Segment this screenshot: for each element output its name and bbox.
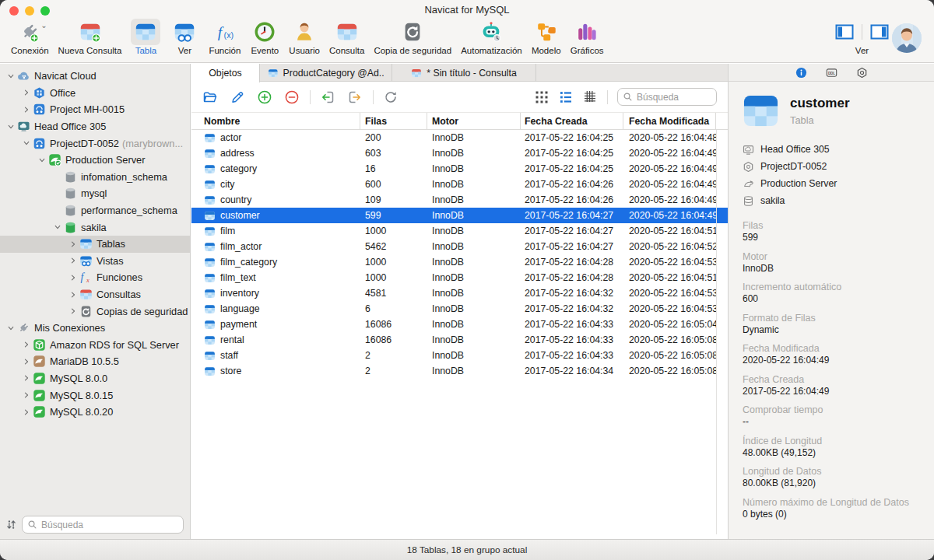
sidebar-item-navicat-cloud[interactable]: Navicat Cloud	[0, 68, 190, 85]
design-table-icon[interactable]	[230, 89, 245, 105]
table-row-film[interactable]: film1000InnoDB2017-05-22 16:04:272020-05…	[191, 223, 728, 239]
sidebar-item-copias-de-seguridad[interactable]: Copias de seguridad	[0, 303, 190, 320]
sidebar-item-tablas[interactable]: Tablas	[0, 236, 190, 253]
toggle-right-pane-icon[interactable]	[870, 24, 889, 40]
toolbar-button-copia-de-seguridad[interactable]: Copia de seguridad	[369, 17, 456, 55]
chevron-right-icon[interactable]	[20, 338, 33, 351]
table-row-rental[interactable]: rental16086InnoDB2017-05-22 16:04:332020…	[191, 332, 728, 348]
delete-table-icon[interactable]	[284, 89, 300, 105]
table-row-film_category[interactable]: film_category1000InnoDB2017-05-22 16:04:…	[191, 254, 728, 270]
column-header-modified[interactable]: Fecha Modificada	[623, 113, 716, 129]
table-row-category[interactable]: category16InnoDB2017-05-22 16:04:252020-…	[191, 161, 728, 177]
hexgear-icon[interactable]	[856, 67, 868, 79]
list-view-icon[interactable]	[558, 89, 574, 105]
table-row-store[interactable]: store2InnoDB2017-05-22 16:04:342020-05-2…	[191, 363, 728, 379]
cell-rows: 2	[360, 363, 427, 379]
sidebar-item-mysql-8-0-20[interactable]: MySQL 8.0.20	[0, 404, 190, 421]
table-row-actor[interactable]: actor200InnoDB2017-05-22 16:04:252020-05…	[191, 130, 728, 145]
tab--sin-t-tulo-consulta[interactable]: * Sin título - Consulta	[392, 64, 536, 82]
column-header-created[interactable]: Fecha Creada	[521, 113, 623, 129]
table-row-payment[interactable]: payment16086InnoDB2017-05-22 16:04:33202…	[191, 317, 728, 332]
chevron-right-icon[interactable]	[67, 271, 79, 284]
toolbar-button-conexi-n[interactable]: ⌄Conexión	[6, 17, 54, 55]
cell-created: 2017-05-22 16:04:25	[521, 130, 623, 145]
chevron-right-icon[interactable]	[20, 372, 33, 384]
user-avatar[interactable]	[892, 23, 922, 53]
toolbar-button-funci-n[interactable]: f (x)Función	[204, 17, 245, 55]
sidebar-item-performance-schema[interactable]: performance_schema	[0, 202, 190, 219]
table-row-staff[interactable]: staff2InnoDB2017-05-22 16:04:332020-05-2…	[191, 348, 728, 363]
refresh-icon[interactable]	[383, 89, 399, 105]
chevron-down-icon[interactable]	[5, 121, 17, 133]
table-row-language[interactable]: language6InnoDB2017-05-22 16:04:322020-0…	[191, 301, 728, 317]
sidebar-item-sakila[interactable]: sakila	[0, 219, 190, 236]
info-icon[interactable]	[795, 67, 807, 79]
column-header-engine[interactable]: Motor	[427, 113, 521, 129]
table-row-customer[interactable]: customer599InnoDB2017-05-22 16:04:272020…	[191, 208, 728, 223]
toolbar-button-ver[interactable]: Ver	[165, 17, 204, 55]
sidebar-item-funciones[interactable]: f xFunciones	[0, 269, 190, 286]
chevron-right-icon[interactable]	[67, 305, 79, 317]
toolbar-button-usuario[interactable]: Usuario	[284, 17, 325, 55]
chevron-down-icon[interactable]	[20, 137, 33, 149]
sidebar-item-projectdt-0052[interactable]: ProjectDT-0052(marybrown...	[0, 135, 190, 152]
table-row-inventory[interactable]: inventory4581InnoDB2017-05-22 16:04:3220…	[191, 285, 728, 301]
cell-created: 2017-05-22 16:04:28	[521, 254, 623, 270]
chevron-right-icon[interactable]	[20, 389, 33, 401]
chevron-right-icon[interactable]	[20, 86, 33, 99]
sidebar-item-production-server[interactable]: Production Server	[0, 152, 190, 169]
open-table-icon[interactable]	[202, 89, 218, 105]
cell-created: 2017-05-22 16:04:28	[521, 270, 623, 285]
sidebar-item-mis-conexiones[interactable]: Mis Conexiones	[0, 320, 190, 337]
cell-value: 2020-05-22 16:04:48	[629, 132, 716, 143]
property-label: Incremento automático	[743, 281, 934, 293]
sidebar-item-consultas[interactable]: Consultas	[0, 286, 190, 303]
toolbar-button-evento[interactable]: Evento	[245, 17, 284, 55]
detail-view-icon[interactable]	[582, 89, 598, 105]
sidebar-item-mysql-8-0-15[interactable]: MySQL 8.0.15	[0, 387, 190, 404]
chevron-down-icon[interactable]	[36, 154, 48, 166]
column-header-name[interactable]: Nombre	[191, 113, 360, 129]
chevron-right-icon[interactable]	[20, 406, 33, 418]
toolbar-button-tabla[interactable]: Tabla	[126, 17, 165, 55]
table-row-country[interactable]: country109InnoDB2017-05-22 16:04:262020-…	[191, 192, 728, 208]
table-row-city[interactable]: city600InnoDB2017-05-22 16:04:262020-05-…	[191, 177, 728, 192]
ddl-icon[interactable]: DDL	[826, 67, 837, 79]
chevron-right-icon[interactable]	[67, 289, 79, 301]
toolbar-button-automatizaci-n[interactable]: Automatización	[456, 17, 527, 55]
toolbar-button-consulta[interactable]: Consulta	[325, 17, 369, 55]
sidebar-item-office[interactable]: Office	[0, 85, 190, 102]
toolbar-button-nueva-consulta[interactable]: Nueva Consulta	[54, 17, 127, 55]
sidebar-item-mysql[interactable]: mysql	[0, 185, 190, 202]
chevron-right-icon[interactable]	[67, 238, 79, 250]
toolbar-button-modelo[interactable]: Modelo	[527, 17, 566, 55]
toggle-left-pane-icon[interactable]	[835, 24, 854, 40]
export-wizard-icon[interactable]	[347, 89, 363, 105]
sidebar-item-head-office-305[interactable]: Head Office 305	[0, 118, 190, 135]
chevron-right-icon[interactable]	[67, 254, 79, 267]
chevron-down-icon[interactable]	[5, 70, 17, 82]
sidebar-item-mariadb-10-5-5[interactable]: MariaDB 10.5.5	[0, 353, 190, 370]
sidebar-search-input[interactable]	[22, 516, 184, 534]
chevron-right-icon[interactable]	[20, 103, 33, 116]
table-row-film_text[interactable]: film_text1000InnoDB2017-05-22 16:04:2820…	[191, 270, 728, 285]
sidebar-item-mysql-8-0-0[interactable]: MySQL 8.0.0	[0, 370, 190, 387]
sidebar-item-amazon-rds-for-sql-server[interactable]: Amazon RDS for SQL Server	[0, 337, 190, 354]
new-table-icon[interactable]	[257, 89, 272, 105]
chevron-right-icon[interactable]	[20, 355, 33, 368]
icon-view-icon[interactable]	[534, 89, 550, 105]
table-row-film_actor[interactable]: film_actor5462InnoDB2017-05-22 16:04:272…	[191, 239, 728, 254]
table-row-address[interactable]: address603InnoDB2017-05-22 16:04:252020-…	[191, 145, 728, 161]
tab-objetos[interactable]: Objetos	[191, 64, 260, 82]
column-header-rows[interactable]: Filas	[360, 113, 427, 129]
sidebar-item-vistas[interactable]: Vistas	[0, 253, 190, 270]
toolbar-button-gr-ficos[interactable]: Gráficos	[566, 17, 609, 55]
view-group-label: Ver	[855, 46, 869, 55]
import-wizard-icon[interactable]	[320, 89, 335, 105]
sidebar-item-infomation-schema[interactable]: infomation_schema	[0, 169, 190, 186]
sidebar-item-project-mh-0015[interactable]: Project MH-0015	[0, 101, 190, 118]
tab-productcategory-ad-[interactable]: ProductCategory @Ad...	[260, 64, 392, 82]
chevron-down-icon[interactable]	[51, 221, 64, 233]
sort-icon[interactable]	[5, 519, 17, 530]
chevron-down-icon[interactable]	[5, 322, 17, 334]
